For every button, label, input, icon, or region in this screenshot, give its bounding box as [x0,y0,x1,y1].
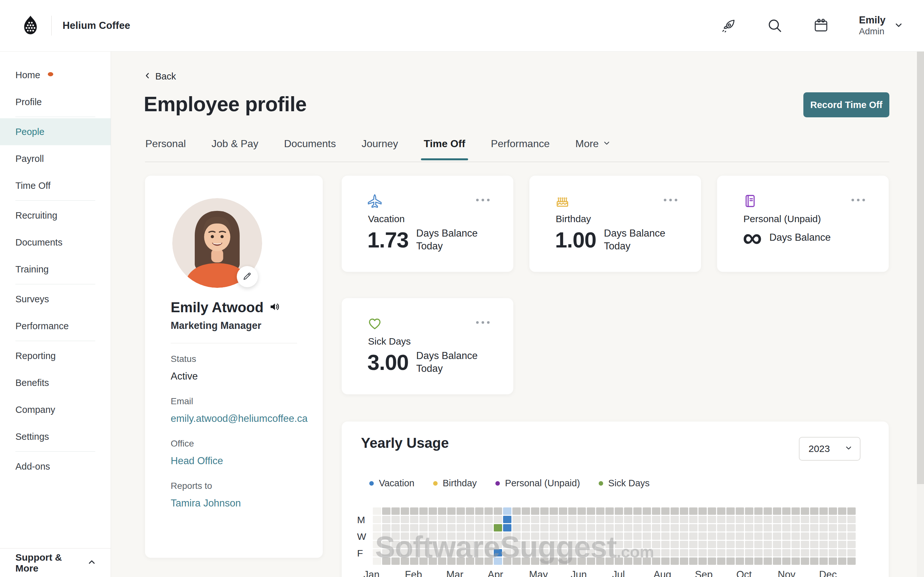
employee-job-title: Marketing Manager [171,320,262,332]
tab-job-pay[interactable]: Job & Pay [208,138,261,159]
tab-documents[interactable]: Documents [281,138,339,159]
back-label: Back [155,71,176,82]
user-menu[interactable]: Emily Admin [859,15,903,37]
heatmap-cell [512,516,521,523]
sidebar-item-training[interactable]: Training [0,256,111,283]
sidebar-item-support-more[interactable]: Support & More [0,548,111,577]
heatmap-cell [531,549,540,556]
search-icon[interactable] [766,17,783,34]
heatmap-cell [410,516,418,523]
balance-unit: Days Balance [769,231,830,244]
tab-more[interactable]: More [572,138,614,159]
tab-personal[interactable]: Personal [142,138,189,159]
record-time-off-button[interactable]: Record Time Off [803,92,889,117]
support-more-label: Support & More [15,552,87,574]
heatmap-cell [819,558,828,565]
sidebar-item-payroll[interactable]: Payroll [0,145,111,172]
heatmap-cell [661,541,670,548]
heatmap-cell [670,508,679,515]
field-value-link[interactable]: Head Office [171,455,308,467]
sidebar-divider [15,451,95,452]
tab-performance[interactable]: Performance [488,138,552,159]
heatmap-cell [838,516,846,523]
heatmap-row-label: F [357,548,370,559]
card-menu-button[interactable] [474,197,491,203]
heatmap-cell [819,508,828,515]
sidebar-item-recruiting[interactable]: Recruiting [0,202,111,229]
sidebar-item-add-ons[interactable]: Add-ons [0,453,111,480]
sidebar-item-surveys[interactable]: Surveys [0,285,111,313]
heatmap-cell [801,524,809,532]
heatmap-cell [680,549,688,556]
sidebar-item-benefits[interactable]: Benefits [0,369,111,396]
heatmap-cell [633,532,642,540]
sidebar-item-label: Surveys [15,294,49,305]
edit-avatar-button[interactable] [237,266,258,287]
field-value-link[interactable]: Tamira Johnson [171,498,308,509]
sidebar-item-time-off[interactable]: Time Off [0,172,111,199]
card-menu-button[interactable] [850,197,867,203]
heatmap-cell [764,532,772,540]
heatmap-cell [745,516,753,523]
heatmap-cell [503,549,511,556]
heatmap-cell [522,516,530,523]
heatmap-cell [373,524,381,532]
sidebar-item-reporting[interactable]: Reporting [0,342,111,369]
heatmap-cell [698,549,707,556]
field-value-link[interactable]: emily.atwood@heliumcoffee.ca [171,413,308,424]
heatmap-cell [745,508,753,515]
heatmap-cell [549,516,558,523]
heatmap-cell [698,541,707,548]
sidebar-item-company[interactable]: Company [0,396,111,423]
speaker-icon[interactable] [269,301,281,314]
scrollbar-track [917,51,924,577]
sidebar-item-profile[interactable]: Profile [0,89,111,115]
heatmap-cell [438,558,446,565]
sidebar-item-label: Documents [15,237,63,248]
tab-time-off[interactable]: Time Off [421,138,468,159]
heatmap-cell [708,558,716,565]
heatmap-cell [708,516,716,523]
heatmap-cell [457,516,465,523]
sidebar-item-people[interactable]: People [0,118,111,145]
calendar-icon[interactable] [813,17,829,34]
heatmap-cell [792,532,800,540]
app-logo[interactable] [23,15,39,36]
profile-divider [171,343,297,343]
legend-dot [369,481,374,486]
heatmap-cell [447,541,456,548]
heatmap-cell [568,524,577,532]
tab-journey[interactable]: Journey [359,138,401,159]
sidebar-item-performance[interactable]: Performance [0,313,111,340]
sidebar-item-home[interactable]: Home [0,61,111,89]
heatmap-cell [577,541,586,548]
heatmap-cell [680,541,688,548]
heatmap-cell [475,549,483,556]
rocket-icon[interactable] [720,17,737,34]
tab-label: Documents [284,138,336,150]
card-menu-button[interactable] [662,197,679,203]
scrollbar-thumb[interactable] [917,51,924,484]
sidebar-item-label: Settings [15,432,49,442]
heatmap-cell [773,508,781,515]
legend-item-sick-days: Sick Days [599,478,650,488]
heatmap-cell [624,532,632,540]
heatmap-cell [494,524,502,532]
heatmap-cell [531,558,540,565]
heatmap-cell [457,524,465,532]
sidebar-item-settings[interactable]: Settings [0,423,111,450]
heatmap-cell [587,532,595,540]
heatmap-cell [438,532,446,540]
tab-label: More [575,138,599,150]
back-button[interactable]: Back [144,71,176,82]
heatmap-cell [819,524,828,532]
balance-value: 1.73 [367,227,409,252]
heatmap-cell [736,541,744,548]
year-select[interactable]: 2023 [799,437,861,461]
heatmap-cell [782,532,790,540]
sidebar-item-documents[interactable]: Documents [0,229,111,256]
card-menu-button[interactable] [474,319,491,326]
heatmap-cell [847,549,856,556]
heatmap-cell [717,508,725,515]
legend-item-birthday: Birthday [433,478,477,488]
